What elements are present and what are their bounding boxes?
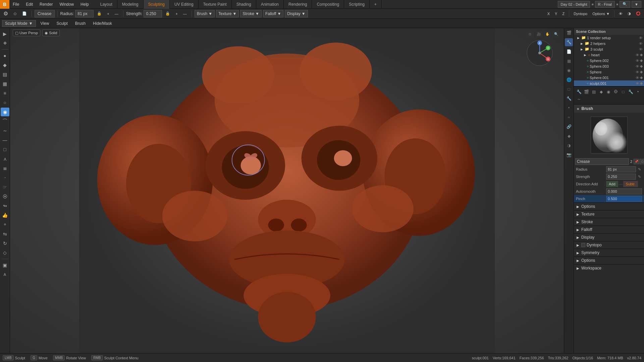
- radius-minus-btn[interactable]: —: [113, 11, 120, 16]
- autosmooth-value[interactable]: 0.000: [606, 188, 642, 194]
- lt-nudge[interactable]: ⇆: [1, 230, 9, 238]
- toolbar-dyntopo[interactable]: Dyntopo: [572, 11, 589, 16]
- lt-topology[interactable]: ◇: [1, 248, 9, 257]
- tab-texture-paint[interactable]: Texture Paint: [199, 0, 232, 9]
- brush-copy-btn[interactable]: □: [640, 159, 644, 164]
- sc-sphere-003[interactable]: ○ Sphere.003 👁 ◆: [574, 63, 644, 69]
- lt-annotate[interactable]: A: [1, 270, 9, 279]
- lt-clay-strips[interactable]: ▦: [1, 79, 9, 88]
- lt-snake-hook[interactable]: ↬: [1, 201, 9, 210]
- toolbar-icon-1[interactable]: ⚙: [1, 10, 10, 17]
- toolbar-icon-2[interactable]: ○: [11, 10, 19, 17]
- lt-draw[interactable]: ●: [1, 51, 9, 60]
- tab-compositing[interactable]: Compositing: [312, 0, 344, 9]
- tab-uv-editing[interactable]: UV Editing: [170, 0, 199, 9]
- sc-eye-4[interactable]: 👁: [636, 53, 639, 57]
- lt-elastic[interactable]: ⦿: [1, 192, 9, 201]
- sc-filter-8[interactable]: ◆: [640, 75, 643, 80]
- toolbar-viewport-shading[interactable]: ◑: [626, 11, 633, 16]
- brush-pin-btn[interactable]: 📌: [634, 159, 639, 164]
- sc-eye-2[interactable]: 👁: [639, 42, 643, 46]
- pi-scene2[interactable]: ◉: [605, 88, 612, 96]
- sc-filter-9[interactable]: ◆: [640, 81, 643, 85]
- tab-animation[interactable]: Animation: [256, 0, 284, 9]
- toolbar-icon-3[interactable]: 📄: [20, 11, 29, 16]
- tab-add[interactable]: +: [370, 0, 382, 9]
- sc-eye-3[interactable]: 👁: [639, 47, 643, 51]
- stroke-dropdown[interactable]: Stroke▼: [240, 10, 262, 17]
- texture-header[interactable]: ▶ Texture: [574, 210, 644, 218]
- sc-eye-8[interactable]: 👁: [636, 76, 639, 80]
- lt-flatten[interactable]: —: [1, 136, 9, 144]
- rsi-render[interactable]: 📷: [565, 151, 573, 159]
- viewport[interactable]: ▢ User Persp ◉ Solid □ 🎥 ✋ 🔍 Z: [10, 28, 564, 353]
- rsi-object[interactable]: □: [565, 85, 573, 93]
- sc-sphere-002[interactable]: ○ Sphere.002 👁 ◆: [574, 58, 644, 63]
- strength-plus-btn[interactable]: +: [173, 11, 179, 16]
- rsi-props[interactable]: 🔧: [565, 38, 573, 46]
- tab-modeling[interactable]: Modeling: [117, 0, 144, 9]
- brush-preview[interactable]: [591, 117, 628, 154]
- options-header[interactable]: ▶ Options: [574, 203, 644, 210]
- menu-window[interactable]: Window: [56, 0, 77, 9]
- radius-edit-btn[interactable]: ✎: [637, 167, 642, 172]
- rsi-material[interactable]: ◑: [565, 141, 573, 149]
- dyntopo-header[interactable]: ▶ Dyntopo: [574, 241, 644, 249]
- toolbar-overlay[interactable]: ⭕: [634, 11, 643, 16]
- lt-scrape[interactable]: ⋏: [1, 155, 9, 163]
- display-dropdown[interactable]: Display▼: [285, 10, 308, 17]
- pi-physics[interactable]: ∼: [575, 96, 583, 103]
- viewport-solid-btn[interactable]: ◉ Solid: [42, 29, 60, 36]
- pi-world[interactable]: ⭗: [612, 88, 620, 96]
- rsi-modifier[interactable]: 🔧: [565, 95, 573, 103]
- sub-tb-sculpt[interactable]: Sculpt: [54, 20, 70, 26]
- render-name-btn[interactable]: R - Final: [595, 1, 615, 8]
- sc-eye-9[interactable]: 👁: [636, 81, 639, 85]
- menu-edit[interactable]: Edit: [22, 0, 36, 9]
- tab-rendering[interactable]: Rendering: [284, 0, 312, 9]
- sc-filter-6[interactable]: ◆: [640, 64, 643, 68]
- toolbar-right-3[interactable]: Z: [560, 11, 567, 16]
- sc-sculpt-001[interactable]: ○ sculpt.001 👁 ◆: [574, 80, 644, 86]
- display-header[interactable]: ▶ Display: [574, 234, 644, 241]
- rsi-scene2[interactable]: ◉: [565, 66, 573, 74]
- strength-lock-btn[interactable]: 🔒: [163, 11, 172, 16]
- stroke-header[interactable]: ▶ Stroke: [574, 218, 644, 226]
- radius-lock-btn[interactable]: 🔒: [95, 11, 104, 16]
- sc-filter-4[interactable]: ◆: [640, 53, 643, 57]
- lt-fill[interactable]: □: [1, 145, 9, 154]
- sc-sphere[interactable]: ○ Sphere 👁 ◆: [574, 69, 644, 75]
- lt-pose[interactable]: ⚬: [1, 220, 9, 229]
- pi-view-layer[interactable]: ◆: [597, 88, 605, 96]
- dyntopo-checkbox[interactable]: [581, 243, 585, 247]
- sc-heart[interactable]: ► ○ heart 👁 ◆: [574, 52, 644, 58]
- toolbar-options[interactable]: Options ▼: [590, 11, 612, 16]
- vp-hand-btn[interactable]: ✋: [544, 30, 551, 38]
- sc-helpers[interactable]: ► 📁 2 helpers 👁: [574, 41, 644, 46]
- lt-multires[interactable]: ≣: [1, 164, 9, 173]
- lt-select[interactable]: ▶: [1, 29, 9, 38]
- sub-tb-brush[interactable]: Brush: [72, 20, 88, 26]
- falloff-header[interactable]: ▶ Falloff: [574, 226, 644, 233]
- pi-particles[interactable]: •: [634, 88, 642, 96]
- menu-help[interactable]: Help: [77, 0, 92, 9]
- sc-eye-7[interactable]: 👁: [636, 70, 639, 74]
- strength-prop-value[interactable]: 0.250: [606, 174, 636, 180]
- tab-sculpting[interactable]: Sculpting: [144, 0, 170, 9]
- texture-dropdown[interactable]: Texture▼: [216, 10, 239, 17]
- viewport-perspective-btn[interactable]: ▢ User Persp: [13, 29, 40, 36]
- brush-name-input[interactable]: [575, 158, 629, 165]
- rsi-view-layer[interactable]: ▦: [565, 57, 573, 65]
- lt-mask[interactable]: ▣: [1, 261, 9, 269]
- toolbar-right-1[interactable]: X: [545, 11, 552, 16]
- lt-pinch[interactable]: ⋅: [1, 173, 9, 182]
- sc-sculpt[interactable]: ► 📁 3 sculpt 👁: [574, 46, 644, 52]
- vp-persp-btn[interactable]: □: [526, 30, 534, 38]
- workspace-header[interactable]: ▶ Workspace: [574, 264, 644, 272]
- falloff-dropdown[interactable]: Falloff▼: [263, 10, 283, 17]
- sc-sphere-001[interactable]: ○ Sphere.001 👁 ◆: [574, 75, 644, 80]
- radius-plus-btn[interactable]: +: [105, 11, 111, 16]
- lt-layer[interactable]: ≡: [1, 89, 9, 98]
- radius-prop-value[interactable]: 81 px: [606, 166, 636, 172]
- pi-scene[interactable]: 🎬: [583, 88, 590, 96]
